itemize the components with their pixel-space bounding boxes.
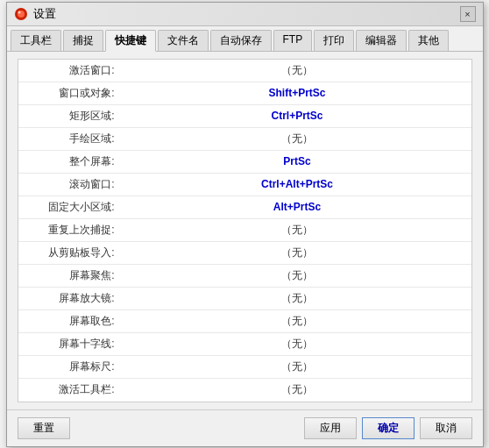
row-label: 手绘区域: <box>18 132 124 146</box>
table-row[interactable]: 窗口或对象:Shift+PrtSc <box>18 82 471 105</box>
tab-ftp[interactable]: FTP <box>273 30 313 51</box>
ok-button[interactable]: 确定 <box>362 417 415 439</box>
row-value: （无） <box>124 314 471 329</box>
footer-left: 重置 <box>18 417 70 439</box>
row-label: 重复上次捕捉: <box>18 223 124 238</box>
row-label: 屏幕放大镜: <box>18 291 124 306</box>
row-label: 滚动窗口: <box>18 177 124 192</box>
row-value: Alt+PrtSc <box>124 201 471 213</box>
tab-filename[interactable]: 文件名 <box>158 30 209 51</box>
row-label: 激活窗口: <box>18 63 124 78</box>
row-label: 激活工具栏: <box>18 382 124 397</box>
table-row[interactable]: 手绘区域:（无） <box>18 128 471 151</box>
table-row[interactable]: 激活窗口:（无） <box>18 60 471 82</box>
table-row[interactable]: 从剪贴板导入:（无） <box>18 242 471 265</box>
tab-toolbar[interactable]: 工具栏 <box>11 30 61 51</box>
tab-bar: 工具栏 捕捉 快捷键 文件名 自动保存 FTP 打印 编辑器 其他 <box>7 26 483 52</box>
row-label: 屏幕取色: <box>18 314 124 329</box>
row-value: （无） <box>124 132 471 146</box>
tab-print[interactable]: 打印 <box>314 30 354 51</box>
row-label: 屏幕聚焦: <box>18 268 124 283</box>
table-row[interactable]: 屏幕标尺:（无） <box>18 356 471 379</box>
table-row[interactable]: 固定大小区域:Alt+PrtSc <box>18 196 471 219</box>
table-row[interactable]: 屏幕聚焦:（无） <box>18 265 471 288</box>
row-label: 矩形区域: <box>18 109 124 124</box>
row-label: 窗口或对象: <box>18 86 124 101</box>
row-value: （无） <box>124 382 471 397</box>
table-row[interactable]: 滚动窗口:Ctrl+Alt+PrtSc <box>18 174 471 196</box>
svg-point-2 <box>18 11 20 13</box>
table-row[interactable]: 屏幕取色:（无） <box>18 310 471 333</box>
row-label: 屏幕标尺: <box>18 359 124 374</box>
row-value: （无） <box>124 245 471 260</box>
tab-shortcuts[interactable]: 快捷键 <box>105 30 156 52</box>
tab-editor[interactable]: 编辑器 <box>356 30 407 51</box>
table-row[interactable]: 屏幕放大镜:（无） <box>18 288 471 310</box>
row-value: （无） <box>124 337 471 352</box>
row-label: 整个屏幕: <box>18 154 124 169</box>
settings-window: 设置 × 工具栏 捕捉 快捷键 文件名 自动保存 FTP 打印 编辑器 其他 激… <box>6 2 484 447</box>
row-value: Shift+PrtSc <box>124 87 471 99</box>
tab-autosave[interactable]: 自动保存 <box>210 30 272 51</box>
tab-other[interactable]: 其他 <box>408 30 449 51</box>
row-value: PrtSc <box>124 155 471 167</box>
row-label: 屏幕十字线: <box>18 337 124 352</box>
apply-button[interactable]: 应用 <box>304 417 357 439</box>
table-row[interactable]: 屏幕十字线:（无） <box>18 333 471 356</box>
row-value: Ctrl+PrtSc <box>124 110 471 122</box>
reset-button[interactable]: 重置 <box>18 417 70 439</box>
app-icon <box>14 7 28 21</box>
tab-content: 激活窗口:（无）窗口或对象:Shift+PrtSc矩形区域:Ctrl+PrtSc… <box>7 52 483 409</box>
row-value: （无） <box>124 63 471 78</box>
row-value: （无） <box>124 359 471 374</box>
table-row[interactable]: 矩形区域:Ctrl+PrtSc <box>18 105 471 128</box>
row-value: Ctrl+Alt+PrtSc <box>124 178 471 190</box>
footer-right: 应用 确定 取消 <box>304 417 472 439</box>
table-row[interactable]: 重复上次捕捉:（无） <box>18 219 471 242</box>
close-button[interactable]: × <box>460 6 476 22</box>
table-row[interactable]: 激活工具栏:（无） <box>18 379 471 402</box>
footer: 重置 应用 确定 取消 <box>7 409 483 446</box>
row-label: 固定大小区域: <box>18 200 124 215</box>
shortcuts-table: 激活窗口:（无）窗口或对象:Shift+PrtSc矩形区域:Ctrl+PrtSc… <box>18 59 472 402</box>
row-value: （无） <box>124 268 471 283</box>
titlebar-left: 设置 <box>14 6 56 22</box>
table-row[interactable]: 整个屏幕:PrtSc <box>18 151 471 174</box>
row-label: 从剪贴板导入: <box>18 245 124 260</box>
cancel-button[interactable]: 取消 <box>420 417 472 439</box>
titlebar: 设置 × <box>7 3 483 26</box>
tab-capture[interactable]: 捕捉 <box>63 30 103 51</box>
window-title: 设置 <box>33 6 56 22</box>
row-value: （无） <box>124 223 471 238</box>
row-value: （无） <box>124 291 471 306</box>
